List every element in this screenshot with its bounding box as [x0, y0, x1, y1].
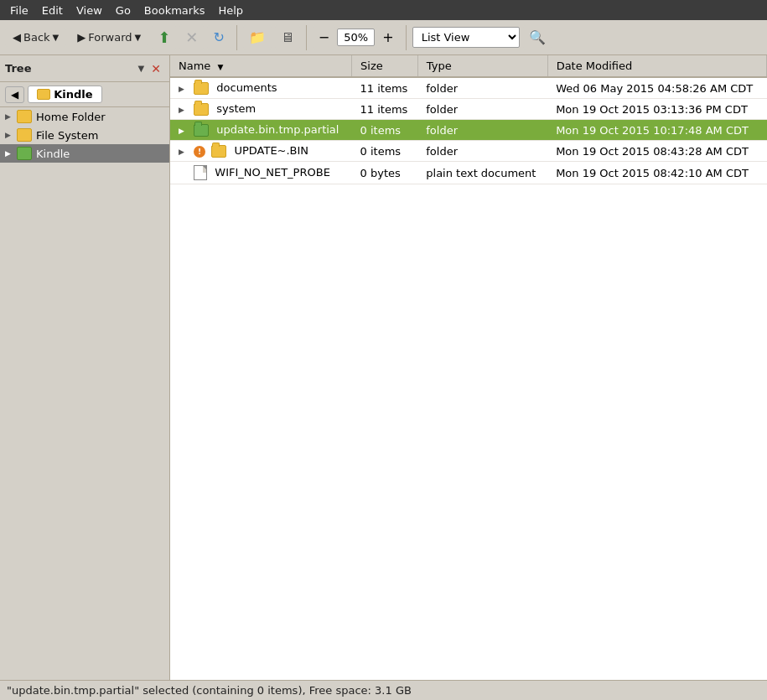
- file-system-label: File System: [36, 129, 98, 142]
- warning-badge-icon: !: [194, 146, 205, 158]
- zoom-level: 50%: [337, 29, 375, 46]
- table-row[interactable]: ▶ ! UPDATE~.BIN 0 items folder Mon 19 Oc…: [170, 141, 767, 162]
- row-type: plain text document: [417, 162, 547, 184]
- forward-dropdown-arrow: ▼: [135, 33, 142, 42]
- sidebar-title: Tree: [5, 62, 135, 75]
- forward-label: Forward: [88, 31, 132, 44]
- search-icon: 🔍: [529, 29, 546, 45]
- search-button[interactable]: 🔍: [523, 25, 552, 49]
- row-name-cell: ▶ WIFI_NO_NET_PROBE: [170, 162, 352, 184]
- back-label: Back: [23, 31, 50, 44]
- row-name: documents: [216, 81, 277, 94]
- menu-file[interactable]: File: [3, 3, 35, 18]
- table-row[interactable]: ▶ documents 11 items folder Wed 06 May 2…: [170, 77, 767, 99]
- back-button[interactable]: ◀ Back ▼: [5, 28, 66, 47]
- row-expander: ▶: [179, 169, 190, 178]
- row-size: 11 items: [352, 99, 418, 120]
- home-folder-expander: ▶: [5, 112, 17, 121]
- kindle-button-label: Kindle: [54, 88, 92, 101]
- folder-warning-icon: [211, 145, 226, 158]
- sidebar-close-button[interactable]: ✕: [148, 60, 164, 77]
- zoom-group: − 50% +: [313, 25, 400, 49]
- folder-green-icon: [194, 124, 209, 137]
- sidebar-back-button[interactable]: ◀: [5, 86, 24, 103]
- view-mode-select[interactable]: List View Icon View Compact View: [412, 27, 520, 48]
- col-date[interactable]: Date Modified: [547, 55, 766, 77]
- sidebar-dropdown-button[interactable]: ▼: [135, 62, 148, 75]
- toolbar-separator-1: [236, 25, 237, 50]
- table-row[interactable]: ▶ system 11 items folder Mon 19 Oct 2015…: [170, 99, 767, 120]
- sidebar-nav-row: ◀ Kindle: [0, 82, 169, 107]
- row-type: folder: [417, 99, 547, 120]
- back-arrow-icon: ◀: [13, 31, 21, 44]
- row-size: 0 items: [352, 141, 418, 162]
- refresh-button[interactable]: ↻: [207, 25, 230, 49]
- menu-go[interactable]: Go: [109, 3, 137, 18]
- col-size[interactable]: Size: [352, 55, 418, 77]
- folder-yellow-icon: [194, 103, 209, 116]
- stop-icon: ✕: [185, 29, 198, 46]
- sidebar-item-home-folder[interactable]: ▶ Home Folder: [0, 107, 169, 126]
- toolbar-separator-3: [406, 25, 407, 50]
- sidebar-header: Tree ▼ ✕: [0, 55, 169, 82]
- table-header: Name ▼ Size Type Date Modified: [170, 55, 767, 77]
- zoom-out-button[interactable]: −: [313, 25, 335, 49]
- file-table: Name ▼ Size Type Date Modified ▶: [170, 55, 767, 680]
- table-row[interactable]: ▶ WIFI_NO_NET_PROBE 0 bytes plain text d…: [170, 162, 767, 184]
- row-name: WIFI_NO_NET_PROBE: [215, 166, 330, 179]
- row-date: Mon 19 Oct 2015 03:13:36 PM CDT: [547, 99, 766, 120]
- table-body: ▶ documents 11 items folder Wed 06 May 2…: [170, 77, 767, 184]
- col-name[interactable]: Name ▼: [170, 55, 352, 77]
- file-browser: Name ▼ Size Type Date Modified ▶: [170, 55, 767, 680]
- row-size: 0 items: [352, 120, 418, 141]
- row-type: folder: [417, 77, 547, 99]
- sidebar-item-kindle[interactable]: ▶ Kindle: [0, 144, 169, 163]
- row-date: Mon 19 Oct 2015 10:17:48 AM CDT: [547, 120, 766, 141]
- row-name: UPDATE~.BIN: [234, 144, 308, 157]
- back-dropdown-arrow: ▼: [53, 33, 60, 42]
- file-system-expander: ▶: [5, 131, 17, 139]
- row-name-cell: ▶ system: [170, 99, 352, 120]
- menubar: File Edit View Go Bookmarks Help: [0, 0, 767, 20]
- stop-button[interactable]: ✕: [179, 24, 204, 50]
- forward-arrow-icon: ▶: [77, 31, 86, 44]
- upload-button[interactable]: ⬆: [152, 24, 176, 50]
- file-text-icon: [194, 165, 207, 180]
- name-sort-arrow: ▼: [218, 63, 224, 71]
- row-date: Wed 06 May 2015 04:58:26 AM CDT: [547, 77, 766, 99]
- computer-icon: 🖥: [281, 29, 294, 45]
- upload-icon: ⬆: [158, 29, 170, 46]
- row-name-cell: ▶ ! UPDATE~.BIN: [170, 141, 352, 162]
- folder-yellow-icon: [194, 82, 209, 95]
- file-system-icon: [17, 128, 32, 142]
- menu-edit[interactable]: Edit: [35, 3, 70, 18]
- main-area: Tree ▼ ✕ ◀ Kindle ▶ Home Folder ▶ File S…: [0, 55, 767, 680]
- row-type: folder: [417, 141, 547, 162]
- menu-help[interactable]: Help: [211, 3, 250, 18]
- kindle-folder-icon: [37, 89, 50, 100]
- sidebar-item-file-system[interactable]: ▶ File System: [0, 126, 169, 144]
- zoom-in-button[interactable]: +: [376, 25, 399, 49]
- row-expander: ▶: [179, 106, 190, 114]
- row-size: 11 items: [352, 77, 418, 99]
- tree-items: ▶ Home Folder ▶ File System ▶ Kindle: [0, 107, 169, 680]
- menu-bookmarks[interactable]: Bookmarks: [137, 3, 212, 18]
- open-folder-button[interactable]: 📁: [243, 25, 272, 49]
- home-folder-icon: [17, 110, 32, 123]
- row-name-cell: ▶ documents: [170, 77, 352, 99]
- status-bar: "update.bin.tmp.partial" selected (conta…: [0, 680, 767, 700]
- kindle-expander: ▶: [5, 149, 17, 158]
- row-type: folder: [417, 120, 547, 141]
- computer-button[interactable]: 🖥: [275, 25, 300, 49]
- file-list-table: Name ▼ Size Type Date Modified ▶: [170, 55, 767, 184]
- table-row[interactable]: ▶ update.bin.tmp.partial 0 items folder …: [170, 120, 767, 141]
- row-name: update.bin.tmp.partial: [216, 123, 339, 136]
- status-text: "update.bin.tmp.partial" selected (conta…: [7, 684, 412, 697]
- sidebar-kindle-button[interactable]: Kindle: [28, 86, 101, 103]
- row-expander: ▶: [179, 127, 190, 135]
- col-type[interactable]: Type: [417, 55, 547, 77]
- home-folder-label: Home Folder: [36, 111, 106, 123]
- forward-button[interactable]: ▶ Forward ▼: [70, 28, 148, 47]
- row-name-cell: ▶ update.bin.tmp.partial: [170, 120, 352, 141]
- menu-view[interactable]: View: [70, 3, 109, 18]
